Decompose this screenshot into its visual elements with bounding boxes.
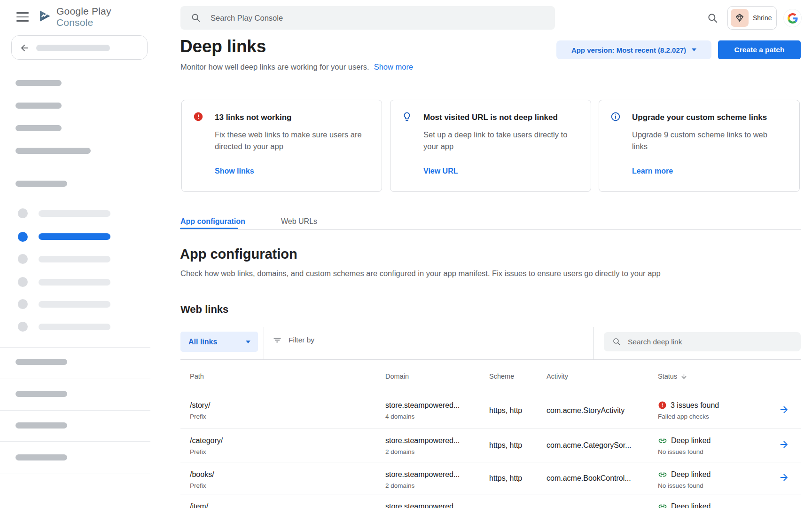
activity-value: com.acme.BookControl...	[547, 474, 631, 483]
table-row[interactable]: /books/Prefix store.steampowered...2 dom…	[180, 462, 801, 494]
sidebar-nav-placeholder[interactable]	[16, 359, 67, 365]
global-search-input[interactable]	[211, 14, 555, 23]
learn-more-link[interactable]: Learn more	[632, 167, 673, 175]
status-value: 3 issues found	[671, 400, 719, 410]
domain-value: store.steampowered...	[385, 501, 460, 508]
scheme-value: https, http	[489, 474, 522, 483]
sidebar-nav-placeholder[interactable]	[16, 80, 62, 86]
search-icon	[191, 13, 201, 23]
domain-value: store.steampowered...	[385, 469, 460, 479]
brand-google-play: Google Play	[56, 6, 111, 16]
error-icon	[658, 401, 667, 410]
sidebar-nav-placeholder[interactable]	[16, 103, 62, 109]
page-subtitle: Monitor how well deep links are working …	[180, 63, 369, 71]
hamburger-menu-icon[interactable]	[16, 12, 29, 23]
deep-link-search-input[interactable]	[628, 338, 801, 346]
filter-by-button[interactable]: Filter by	[273, 335, 314, 345]
insight-card-most-visited-url: Most visited URL is not deep linked Set …	[390, 100, 591, 192]
domain-count: 2 domains	[385, 482, 460, 489]
section-description: Check how web links, domains, and custom…	[180, 269, 661, 278]
tab-web-urls[interactable]: Web URLs	[281, 217, 317, 226]
status-detail: No issues found	[658, 448, 711, 455]
tab-app-configuration[interactable]: App configuration	[180, 217, 245, 226]
sidebar-nav-placeholder[interactable]	[16, 422, 67, 429]
row-detail-arrow-icon[interactable]	[779, 439, 789, 452]
path-value: /books/	[190, 469, 214, 479]
table-row[interactable]: /item/ store.steampowered... Deep linked	[180, 494, 801, 508]
table-row[interactable]: /story/Prefix store.steampowered...4 dom…	[180, 393, 801, 428]
column-header-activity: Activity	[547, 373, 568, 380]
show-more-link[interactable]: Show more	[374, 63, 413, 71]
divider	[180, 229, 801, 230]
link-icon	[658, 436, 667, 445]
deep-link-search-bar[interactable]	[604, 332, 801, 351]
column-header-scheme: Scheme	[489, 373, 514, 380]
chevron-down-icon	[692, 48, 696, 51]
status-detail: Failed app checks	[658, 413, 719, 420]
card-title: Most visited URL is not deep linked	[423, 113, 558, 122]
scheme-value: https, http	[489, 406, 522, 415]
row-detail-arrow-icon[interactable]	[779, 472, 789, 484]
path-value: /story/	[190, 400, 211, 410]
sidebar-nav-placeholder[interactable]	[16, 148, 91, 154]
column-header-path: Path	[190, 373, 204, 380]
path-type: Prefix	[190, 448, 223, 455]
links-filter-select[interactable]: All links	[180, 332, 258, 352]
divider	[0, 474, 150, 474]
page-title: Deep links	[180, 37, 266, 56]
path-value: /category/	[190, 436, 223, 445]
sidebar-nav-placeholder[interactable]	[16, 125, 62, 131]
divider	[0, 410, 150, 411]
view-url-link[interactable]: View URL	[423, 167, 458, 175]
status-value: Deep linked	[671, 469, 711, 479]
insight-card-upgrade-schemes: Upgrade your custom scheme links Upgrade…	[599, 100, 800, 192]
activity-value: com.acme.StoryActivity	[547, 406, 625, 415]
back-button[interactable]	[11, 35, 148, 60]
filter-icon	[273, 335, 282, 345]
sidebar-nav-placeholder[interactable]	[16, 454, 67, 460]
links-filter-value: All links	[188, 338, 246, 346]
chevron-down-icon	[246, 341, 250, 343]
create-patch-button[interactable]: Create a patch	[718, 40, 801, 59]
path-value: /item/	[190, 501, 208, 508]
domain-count: 2 domains	[385, 448, 460, 455]
play-console-logo: Google Play Console	[38, 8, 150, 25]
domain-value: store.steampowered...	[385, 436, 460, 445]
path-type: Prefix	[190, 413, 211, 420]
brand-console: Console	[56, 17, 93, 28]
info-icon	[610, 111, 621, 124]
divider	[0, 441, 150, 442]
card-title: 13 links not working	[215, 113, 291, 122]
play-store-icon	[38, 8, 52, 25]
web-links-heading: Web links	[180, 303, 228, 316]
domain-count: 4 domains	[385, 413, 460, 420]
global-search-bar[interactable]	[180, 6, 555, 30]
filter-by-label: Filter by	[289, 336, 314, 344]
google-logo-icon	[788, 13, 798, 24]
back-arrow-icon	[19, 43, 30, 55]
sort-descending-icon	[680, 373, 687, 380]
link-icon	[658, 502, 667, 508]
status-value: Deep linked	[671, 501, 711, 508]
card-title: Upgrade your custom scheme links	[632, 113, 767, 122]
search-icon-button[interactable]	[707, 12, 719, 24]
app-name-skeleton	[36, 45, 110, 51]
sidebar: Google Play Console	[0, 0, 150, 508]
status-detail: No issues found	[658, 482, 711, 489]
divider	[264, 327, 264, 360]
card-body: Upgrade 9 custom scheme links to web lin…	[632, 129, 773, 152]
path-type: Prefix	[190, 482, 214, 489]
sidebar-nav-placeholder[interactable]	[16, 391, 67, 397]
google-account-avatar[interactable]	[784, 9, 801, 27]
column-header-status[interactable]: Status	[658, 373, 687, 380]
app-version-label: App version: Most recent (8.2.027)	[571, 46, 686, 54]
app-switcher-chip[interactable]: Shrine	[727, 6, 777, 30]
app-version-dropdown[interactable]: App version: Most recent (8.2.027)	[556, 40, 711, 59]
row-detail-arrow-icon[interactable]	[779, 405, 789, 417]
table-row[interactable]: /category/Prefix store.steampowered...2 …	[180, 428, 801, 462]
divider	[593, 327, 594, 360]
scheme-value: https, http	[489, 441, 522, 450]
divider	[0, 379, 150, 379]
show-links-link[interactable]: Show links	[215, 167, 254, 175]
shrine-app-icon	[731, 9, 749, 27]
